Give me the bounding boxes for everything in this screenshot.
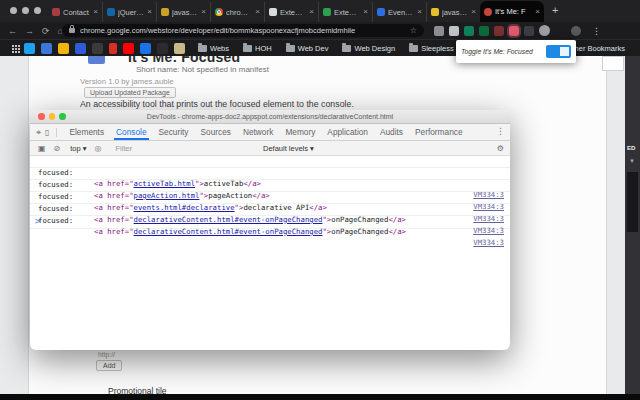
clear-console-icon[interactable]: ⊘ <box>54 144 61 153</box>
tab-performance[interactable]: Performance <box>409 124 469 140</box>
tab-extensions-1[interactable]: Extensio× <box>264 2 318 22</box>
close-window-icon[interactable] <box>38 113 45 120</box>
bookmark-folder-sleepless[interactable]: Sleepless <box>409 44 454 53</box>
console-sidebar-icon[interactable]: ▣ <box>38 144 46 153</box>
console-settings-gear-icon[interactable]: ⚙ <box>497 144 504 153</box>
bookmark-favicon[interactable] <box>157 43 168 54</box>
bookmark-favicon[interactable] <box>92 43 103 54</box>
bookmark-favicon[interactable] <box>109 43 117 54</box>
tab-audits[interactable]: Audits <box>374 124 409 140</box>
source-location-link[interactable]: VM334:3 <box>473 237 504 248</box>
close-tab-icon[interactable]: × <box>417 8 422 16</box>
url-text[interactable]: chrome.google.com/webstore/developer/edi… <box>80 26 406 35</box>
close-tab-icon[interactable]: × <box>147 8 152 16</box>
browser-toolbar: ← → ⟳ ⌂ chrome.google.com/webstore/devel… <box>0 22 640 39</box>
bookmark-folder-webs[interactable]: Webs <box>198 44 229 53</box>
tab-eventtarget[interactable]: EventTa× <box>372 2 426 22</box>
new-tab-button[interactable]: + <box>552 4 558 16</box>
tab-extensions-2[interactable]: Extensio× <box>318 2 372 22</box>
devtools-window-controls[interactable] <box>38 113 66 120</box>
devtools-titlebar[interactable]: DevTools - chrome-apps-doc2.appspot.com/… <box>30 110 510 124</box>
browser-menu-icon[interactable]: ⋮ <box>592 26 601 36</box>
bookmark-favicon[interactable] <box>174 43 185 54</box>
omnibox[interactable]: chrome.google.com/webstore/developer/edi… <box>62 24 424 37</box>
window-controls[interactable] <box>10 7 41 14</box>
extension-icon-1[interactable] <box>434 26 444 36</box>
bookmark-favicon[interactable] <box>24 43 35 54</box>
devtools-window: DevTools - chrome-apps-doc2.appspot.com/… <box>30 110 510 350</box>
bookmark-folder-hoh[interactable]: HOH <box>243 44 272 53</box>
bookmark-folder-web-design[interactable]: Web Design <box>342 44 395 53</box>
close-tab-icon[interactable]: × <box>93 8 98 16</box>
console-log-row: focused: <a href="declarativeContent.htm… <box>30 204 510 216</box>
tab-application[interactable]: Application <box>321 124 374 140</box>
tab-favicon <box>431 8 439 16</box>
close-tab-icon[interactable]: × <box>535 8 540 16</box>
inspect-element-icon[interactable]: ⌖ <box>36 127 41 138</box>
minimize-window-icon[interactable] <box>22 7 29 14</box>
bookmark-favicon[interactable] <box>140 43 151 54</box>
upload-updated-package-button[interactable]: Upload Updated Package <box>84 87 176 98</box>
tab-network[interactable]: Network <box>237 124 279 140</box>
add-button[interactable]: Add <box>96 360 122 371</box>
tab-contact[interactable]: Contact× <box>48 2 102 22</box>
href-link[interactable]: declarativeContent.html#event-onPageChan… <box>134 215 323 224</box>
source-location-link[interactable]: VM334:3 <box>473 225 504 236</box>
eye-icon[interactable]: ◎ <box>95 144 102 153</box>
log-levels-dropdown[interactable]: Default levels ▾ <box>263 144 314 153</box>
bookmark-favicon[interactable] <box>75 43 86 54</box>
extension-icon-7[interactable] <box>524 26 534 36</box>
close-tab-icon[interactable]: × <box>201 8 206 16</box>
device-toolbar-icon[interactable]: ▯ <box>45 128 57 137</box>
console-filter-input[interactable]: Filter <box>116 144 133 153</box>
browser-extra-icon[interactable] <box>571 26 581 36</box>
devtools-tab-bar: ⌖ ▯ Elements Console Security Sources Ne… <box>30 124 510 141</box>
tab-console[interactable]: Console <box>110 124 152 140</box>
minimize-window-icon[interactable] <box>49 113 56 120</box>
extension-icon-2[interactable] <box>449 26 459 36</box>
console-log-row: focused: <a href="pageAction.html">pageA… <box>30 168 510 180</box>
zoom-window-icon[interactable] <box>34 7 41 14</box>
zoom-window-icon[interactable] <box>59 113 66 120</box>
href-link[interactable]: declarativeContent.html#event-onPageChan… <box>134 227 323 236</box>
close-window-icon[interactable] <box>10 7 17 14</box>
tab-javascript-2[interactable]: javascrip× <box>426 2 480 22</box>
extension-icons-row: ⋮ <box>434 25 601 36</box>
its-me-extension-icon[interactable] <box>509 26 519 36</box>
back-icon[interactable]: ← <box>8 26 17 36</box>
forward-icon[interactable]: → <box>25 26 34 36</box>
chevron-down-icon: ▼ <box>629 158 635 164</box>
devtools-menu-icon[interactable]: ⋮ <box>496 126 505 136</box>
focus-toggle-switch[interactable] <box>546 45 571 58</box>
profile-avatar[interactable] <box>539 25 550 36</box>
folder-icon <box>198 45 207 52</box>
bookmark-star-icon[interactable]: ☆ <box>410 26 417 35</box>
apps-grid-icon[interactable] <box>12 45 14 47</box>
bookmark-favicon[interactable] <box>41 43 52 54</box>
tab-title: javascrip <box>442 8 468 17</box>
close-tab-icon[interactable]: × <box>471 8 476 16</box>
close-tab-icon[interactable]: × <box>309 8 314 16</box>
tab-jquery[interactable]: jQuery.m× <box>102 2 156 22</box>
tab-title: Extensio <box>280 8 306 17</box>
tab-chrome[interactable]: chrome.c× <box>210 2 264 22</box>
extension-icon-5[interactable] <box>494 26 504 36</box>
tab-sources[interactable]: Sources <box>195 124 237 140</box>
reload-icon[interactable]: ⟳ <box>42 26 50 36</box>
close-tab-icon[interactable]: × <box>255 8 260 16</box>
bookmark-favicon[interactable] <box>123 43 134 54</box>
shield-extension-icon[interactable] <box>464 26 474 36</box>
extension-popup: Toggle It's Me: Focused <box>456 40 576 63</box>
bookmark-favicon[interactable] <box>58 43 69 54</box>
frame-context-dropdown[interactable]: top ▾ <box>70 144 86 153</box>
extension-icon-4[interactable] <box>479 26 489 36</box>
tab-title: EventTa <box>388 8 414 17</box>
tab-its-me-focused-active[interactable]: It's Me: F× <box>480 1 544 22</box>
tab-security[interactable]: Security <box>153 124 195 140</box>
tab-memory[interactable]: Memory <box>279 124 321 140</box>
tab-title: It's Me: F <box>495 7 532 16</box>
bookmark-folder-web-dev[interactable]: Web Dev <box>286 44 329 53</box>
close-tab-icon[interactable]: × <box>363 8 368 16</box>
tab-javascript-1[interactable]: javascrip× <box>156 2 210 22</box>
tab-elements[interactable]: Elements <box>63 124 110 140</box>
